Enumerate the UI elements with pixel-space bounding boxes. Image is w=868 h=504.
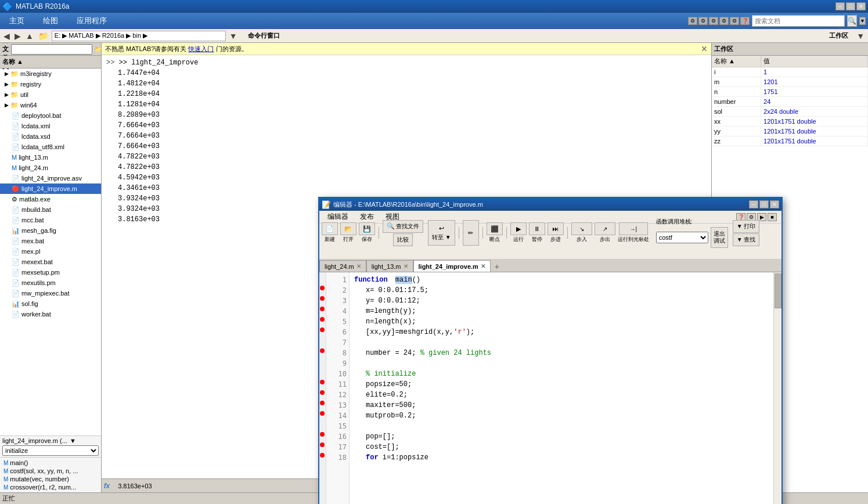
bp-line-4[interactable] xyxy=(319,304,325,314)
file-deploytool[interactable]: 📄 deploytool.bat xyxy=(0,110,101,121)
fn-main[interactable]: M main() xyxy=(2,459,99,467)
new-file-button[interactable]: 📄 xyxy=(322,222,338,235)
file-mcc[interactable]: 📄 mcc.bat xyxy=(0,215,101,225)
toolbar-icon-2[interactable]: ⚙ xyxy=(698,17,708,25)
fn-mutate[interactable]: M mutate(vec, number) xyxy=(2,475,99,483)
search-dropdown-button[interactable]: ▼ xyxy=(859,17,866,25)
bp-line-13[interactable] xyxy=(319,398,325,408)
bp-line-14[interactable] xyxy=(319,408,325,419)
var-row-n[interactable]: n 1751 xyxy=(712,87,868,97)
browse-button[interactable]: 📁 xyxy=(37,31,49,41)
breakpoint-button[interactable]: ⬛ xyxy=(487,222,503,235)
toolbar-icon-5[interactable]: ⚙ xyxy=(730,17,739,25)
up-button[interactable]: ▲ xyxy=(24,31,35,41)
compare-button[interactable]: 比较 xyxy=(393,233,413,246)
bp-line-8[interactable] xyxy=(319,345,325,356)
step-in-button[interactable]: ↘ xyxy=(571,222,592,235)
var-row-m[interactable]: m 1201 xyxy=(712,77,868,87)
file-mesh-ga[interactable]: 📊 mesh_ga.fig xyxy=(0,225,101,236)
var-row-xx[interactable]: xx 1201x1751 double xyxy=(712,117,868,127)
file-light24-improve[interactable]: 🔴 light_24_improve.m xyxy=(0,183,101,194)
editor-menu-publish[interactable]: 发布 xyxy=(354,211,380,223)
toolbar-icon-1[interactable]: ⚙ xyxy=(688,17,697,25)
goto-button[interactable]: ↩ 转至 ▼ xyxy=(428,220,455,246)
fn-crossover[interactable]: M crossover(r1, r2, num... xyxy=(2,483,99,491)
open-file-button[interactable]: 📂 xyxy=(340,222,356,235)
file-sol-fig[interactable]: 📊 sol.fig xyxy=(0,298,101,309)
editor-minimize-button[interactable]: ─ xyxy=(749,200,758,208)
exit-debug-button[interactable]: 退出调试 xyxy=(711,227,728,248)
var-row-zz[interactable]: zz 1201x1751 double xyxy=(712,136,868,146)
forward-button[interactable]: ▶ xyxy=(13,31,22,41)
folder-m3iregistry[interactable]: ▶ 📁 m3iregistry xyxy=(0,69,101,79)
bp-line-6[interactable] xyxy=(319,325,325,335)
notice-link[interactable]: 快速入门 xyxy=(188,45,214,52)
toolbar-icon-3[interactable]: ⚙ xyxy=(709,17,718,25)
file-mex-pl[interactable]: 📄 mex.pl xyxy=(0,246,101,257)
var-row-sol[interactable]: sol 2x24 double xyxy=(712,107,868,117)
file-mexsetup[interactable]: 📄 mexsetup.pm xyxy=(0,267,101,278)
editor-code-area[interactable]: function main() x= 0:0.01:17.5; y= 0:0.0… xyxy=(350,272,773,504)
file-light24[interactable]: M light_24.m xyxy=(0,163,101,173)
close-button[interactable]: ✕ xyxy=(856,2,866,10)
col-name-header[interactable]: 名称 ▲ xyxy=(712,56,761,67)
file-mw-mpiexec[interactable]: 📄 mw_mpiexec.bat xyxy=(0,288,101,298)
var-row-number[interactable]: number 24 xyxy=(712,97,868,107)
menu-apps[interactable]: 应用程序 xyxy=(67,13,116,29)
menu-home[interactable]: 主页 xyxy=(0,13,34,29)
file-mbuild[interactable]: 📄 mbuild.bat xyxy=(0,204,101,215)
editor-menu-editor[interactable]: 编辑器 xyxy=(322,211,354,223)
pause-button[interactable]: ⏸ xyxy=(529,222,545,235)
bp-line-11[interactable] xyxy=(319,377,325,387)
file-lcdata-xsd[interactable]: 📄 lcdata.xsd xyxy=(0,131,101,142)
search-go-button[interactable]: 🔍 xyxy=(847,15,857,27)
file-lcdata-utf8[interactable]: 📄 lcdata_utf8.xml xyxy=(0,142,101,152)
folder-win64[interactable]: ▶ 📁 win64 xyxy=(0,100,101,110)
editor-maximize-button[interactable]: □ xyxy=(759,200,769,208)
file-mex-bat[interactable]: 📄 mex.bat xyxy=(0,236,101,246)
toolbar-icon-4[interactable]: ⚙ xyxy=(719,17,729,25)
footer-dropdown-arrow[interactable]: ▼ xyxy=(70,437,76,444)
maximize-button[interactable]: □ xyxy=(846,2,855,10)
toolbar-icon-6[interactable]: ❓ xyxy=(740,17,750,25)
file-matlab-exe[interactable]: ⚙ matlab.exe xyxy=(0,194,101,204)
path-dropdown-button[interactable]: ▼ xyxy=(228,31,239,41)
bp-line-3[interactable] xyxy=(319,293,325,304)
tab-light24[interactable]: light_24.m ✕ xyxy=(319,260,366,272)
folder-util[interactable]: ▶ 📁 util xyxy=(0,89,101,100)
edit-button[interactable]: ✏ xyxy=(463,220,479,246)
bp-line-17[interactable] xyxy=(319,440,325,450)
var-row-yy[interactable]: yy 1201x1751 double xyxy=(712,127,868,136)
step-button[interactable]: ⏭ xyxy=(548,222,564,235)
save-file-button[interactable]: 💾 xyxy=(359,222,375,235)
file-worker[interactable]: 📄 worker.bat xyxy=(0,309,101,319)
current-folder-input[interactable] xyxy=(11,44,92,55)
file-light13[interactable]: M light_13.m xyxy=(0,152,101,163)
tab-light24-improve[interactable]: light_24_improve.m ✕ xyxy=(413,260,491,272)
bp-line-12[interactable] xyxy=(319,387,325,398)
editor-scrollbar[interactable] xyxy=(773,272,781,504)
search-input[interactable] xyxy=(752,15,845,27)
workspace-dropdown[interactable]: ▼ xyxy=(855,31,866,41)
print-button[interactable]: ▼ 打印 xyxy=(733,220,760,233)
tab-close-light24-improve[interactable]: ✕ xyxy=(481,263,485,269)
function-dropdown[interactable]: initialize main() costf(sol, xx, yy, m, … xyxy=(2,445,99,456)
menu-plot[interactable]: 绘图 xyxy=(34,13,67,29)
search-button[interactable]: ▼ 查找 xyxy=(733,233,760,246)
back-button[interactable]: ◀ xyxy=(2,31,11,41)
file-light24-asv[interactable]: 📄 light_24_improve.asv xyxy=(0,173,101,183)
editor-stop-icon[interactable]: ■ xyxy=(768,213,777,221)
run-button[interactable]: ▶ xyxy=(510,222,527,235)
var-row-i[interactable]: i 1 xyxy=(712,67,868,77)
find-file-button[interactable]: 🔍 查找文件 xyxy=(383,220,423,233)
fn-call-select[interactable]: costf main xyxy=(656,232,708,243)
col-value-header[interactable]: 值 xyxy=(761,56,868,67)
file-lcdata-xml[interactable]: 📄 lcdata.xml xyxy=(0,121,101,131)
tab-close-light24[interactable]: ✕ xyxy=(356,263,361,269)
step-out-button[interactable]: ↗ xyxy=(595,222,615,235)
bp-line-16[interactable] xyxy=(319,429,325,440)
file-mexutils[interactable]: 📄 mexutils.pm xyxy=(0,278,101,288)
tab-light13[interactable]: light_13.m ✕ xyxy=(366,260,413,272)
editor-close-button[interactable]: ✕ xyxy=(770,200,779,208)
bp-line-18[interactable] xyxy=(319,450,325,460)
